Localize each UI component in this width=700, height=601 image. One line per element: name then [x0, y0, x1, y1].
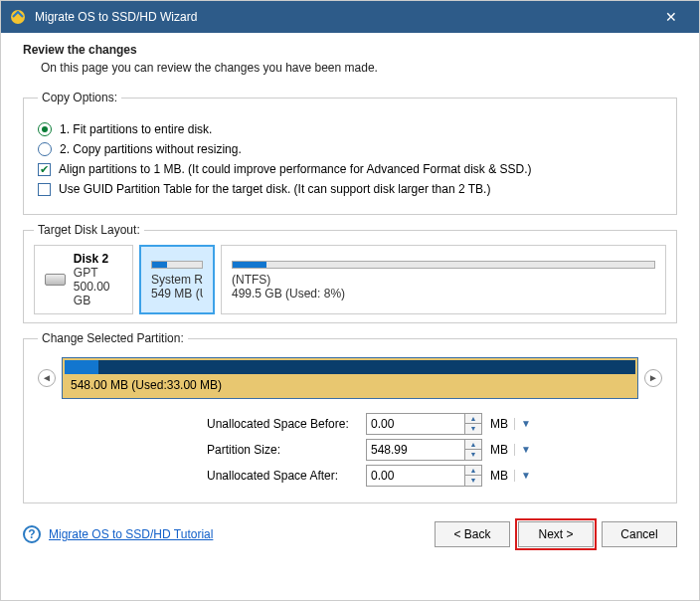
- unalloc-after-label: Unallocated Space After:: [207, 469, 366, 483]
- partition-name: (NTFS): [232, 273, 655, 287]
- radio-label: 2. Copy partitions without resizing.: [60, 142, 242, 156]
- checkbox-label: Align partitions to 1 MB. (It could impr…: [59, 162, 532, 176]
- app-icon: [9, 8, 27, 26]
- checkbox-align-partitions[interactable]: Align partitions to 1 MB. (It could impr…: [38, 162, 662, 176]
- window-title: Migrate OS to SSD/HD Wizard: [35, 10, 651, 24]
- partition-usage-bar: [65, 360, 635, 374]
- unit-dropdown-icon[interactable]: ▼: [514, 418, 526, 430]
- copy-options-group: Copy Options: 1. Fit partitions to entir…: [23, 91, 677, 215]
- wizard-header: Review the changes On this page you can …: [1, 33, 699, 83]
- spin-up-icon[interactable]: ▲: [465, 466, 481, 476]
- help-icon[interactable]: ?: [23, 525, 41, 543]
- spin-up-icon[interactable]: ▲: [465, 414, 481, 424]
- partition-size-spinner[interactable]: ▲▼: [366, 439, 482, 461]
- disk-type: GPT: [74, 266, 122, 280]
- radio-fit-partitions[interactable]: 1. Fit partitions to entire disk.: [38, 122, 662, 136]
- cancel-button[interactable]: Cancel: [602, 521, 677, 547]
- radio-icon: [38, 142, 52, 156]
- partition-label: 548.00 MB (Used:33.00 MB): [63, 374, 637, 398]
- copy-options-legend: Copy Options:: [38, 91, 121, 104]
- next-button[interactable]: Next >: [518, 521, 594, 547]
- partition-size-label: Partition Size:: [207, 443, 366, 457]
- unalloc-before-input[interactable]: [366, 413, 465, 435]
- unit-dropdown-icon[interactable]: ▼: [514, 470, 526, 482]
- page-subtitle: On this page you can review the changes …: [41, 61, 677, 75]
- unit-label: MB: [490, 443, 508, 457]
- unalloc-before-label: Unallocated Space Before:: [207, 417, 366, 431]
- tutorial-link[interactable]: Migrate OS to SSD/HD Tutorial: [49, 527, 427, 541]
- partition-system-reserved[interactable]: System Reserved 549 MB (Used:: [139, 245, 215, 314]
- partition-slider[interactable]: 548.00 MB (Used:33.00 MB): [62, 357, 638, 399]
- target-disk-group: Target Disk Layout: Disk 2 GPT 500.00 GB…: [23, 223, 677, 323]
- checkbox-label: Use GUID Partition Table for the target …: [59, 182, 490, 196]
- arrow-left-icon[interactable]: ◄: [38, 369, 56, 387]
- close-icon[interactable]: ✕: [651, 9, 691, 25]
- disk-summary[interactable]: Disk 2 GPT 500.00 GB: [34, 245, 133, 314]
- radio-icon: [38, 122, 52, 136]
- spin-down-icon[interactable]: ▼: [465, 424, 481, 434]
- partition-info: 499.5 GB (Used: 8%): [232, 287, 655, 300]
- spin-down-icon[interactable]: ▼: [465, 450, 481, 460]
- usage-bar: [151, 261, 203, 269]
- page-title: Review the changes: [23, 43, 677, 57]
- checkbox-icon: [38, 163, 51, 176]
- spin-up-icon[interactable]: ▲: [465, 440, 481, 450]
- disk-icon: [45, 274, 66, 286]
- back-button[interactable]: < Back: [435, 521, 510, 547]
- change-partition-group: Change Selected Partition: ◄ 548.00 MB (…: [23, 331, 677, 503]
- unit-label: MB: [490, 469, 508, 483]
- unit-dropdown-icon[interactable]: ▼: [514, 444, 526, 456]
- radio-copy-without-resize[interactable]: 2. Copy partitions without resizing.: [38, 142, 662, 156]
- unit-label: MB: [490, 417, 508, 431]
- partition-size-input[interactable]: [366, 439, 465, 461]
- checkbox-icon: [38, 183, 51, 196]
- usage-bar: [232, 261, 655, 269]
- titlebar: Migrate OS to SSD/HD Wizard ✕: [1, 1, 699, 33]
- partition-name: System Reserved: [151, 273, 203, 287]
- spin-down-icon[interactable]: ▼: [465, 476, 481, 486]
- partition-ntfs[interactable]: (NTFS) 499.5 GB (Used: 8%): [221, 245, 666, 314]
- change-partition-legend: Change Selected Partition:: [38, 331, 188, 345]
- disk-name: Disk 2: [74, 252, 122, 266]
- unalloc-after-input[interactable]: [366, 465, 465, 487]
- arrow-right-icon[interactable]: ►: [644, 369, 662, 387]
- partition-info: 549 MB (Used:: [151, 287, 203, 300]
- target-disk-legend: Target Disk Layout:: [34, 223, 144, 237]
- footer: ? Migrate OS to SSD/HD Tutorial < Back N…: [1, 511, 699, 557]
- checkbox-guid-table[interactable]: Use GUID Partition Table for the target …: [38, 182, 662, 196]
- unalloc-after-spinner[interactable]: ▲▼: [366, 465, 482, 487]
- radio-label: 1. Fit partitions to entire disk.: [60, 122, 212, 136]
- unalloc-before-spinner[interactable]: ▲▼: [366, 413, 482, 435]
- disk-size: 500.00 GB: [74, 280, 122, 307]
